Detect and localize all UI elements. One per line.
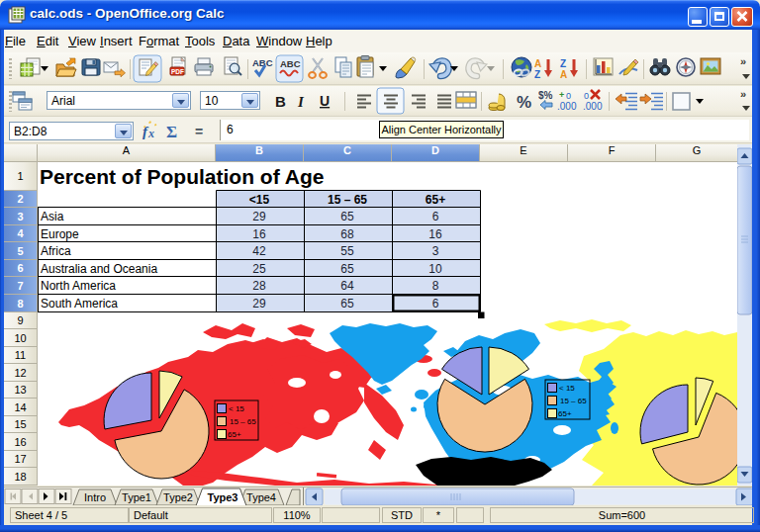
svg-text:Σ: Σ	[166, 123, 177, 140]
svg-text:»: »	[740, 88, 746, 100]
svg-text:29: 29	[252, 210, 266, 223]
svg-text:»: »	[740, 55, 746, 67]
svg-text:%: %	[517, 93, 531, 112]
svg-text:6: 6	[432, 297, 439, 310]
svg-text:65+: 65+	[426, 193, 445, 207]
svg-text:Type1: Type1	[122, 491, 151, 503]
svg-text:65: 65	[340, 262, 354, 276]
svg-text:42: 42	[252, 244, 266, 258]
svg-text:Asia: Asia	[41, 210, 64, 223]
svg-text:65: 65	[340, 297, 354, 310]
svg-text:=: =	[195, 124, 203, 139]
svg-text:65: 65	[340, 210, 354, 223]
svg-text:0: 0	[566, 91, 571, 101]
svg-text:Z: Z	[560, 58, 566, 69]
svg-text:10: 10	[428, 262, 442, 276]
svg-text:< 15: < 15	[559, 384, 575, 393]
svg-text:15 – 65: 15 – 65	[328, 193, 367, 207]
svg-text:0: 0	[584, 91, 589, 101]
svg-text:29: 29	[252, 297, 266, 310]
svg-text:65+: 65+	[558, 409, 572, 418]
svg-text:Type4: Type4	[246, 491, 276, 503]
svg-text:+: +	[559, 90, 564, 100]
svg-text:A: A	[534, 58, 541, 69]
svg-text:65+: 65+	[228, 430, 241, 439]
svg-text:68: 68	[340, 227, 354, 241]
svg-text:ABC: ABC	[280, 58, 301, 69]
svg-text:15 – 65: 15 – 65	[230, 417, 256, 426]
svg-text:ABC: ABC	[252, 57, 273, 68]
svg-text:15 – 65: 15 – 65	[560, 397, 587, 405]
svg-text:8: 8	[432, 279, 439, 293]
svg-text:I: I	[297, 94, 305, 110]
svg-text:64: 64	[340, 279, 354, 293]
svg-text:B: B	[275, 93, 286, 110]
svg-text:North America: North America	[41, 279, 116, 293]
svg-text:$%: $%	[538, 90, 553, 101]
svg-text:55: 55	[340, 244, 354, 258]
svg-text:3: 3	[432, 244, 439, 258]
svg-text:A: A	[560, 69, 567, 80]
svg-text:South America: South America	[41, 297, 118, 310]
svg-text:<15: <15	[249, 193, 270, 207]
svg-text:< 15: < 15	[229, 404, 244, 413]
svg-text:6: 6	[432, 210, 439, 223]
svg-text:25: 25	[252, 262, 266, 276]
svg-text:.000: .000	[557, 101, 577, 112]
svg-text:PDF: PDF	[171, 68, 184, 75]
svg-text:Africa: Africa	[41, 244, 71, 258]
svg-text:U: U	[320, 93, 330, 109]
svg-text:.000: .000	[583, 101, 603, 112]
svg-text:28: 28	[252, 279, 266, 293]
svg-text:Intro: Intro	[84, 491, 106, 503]
svg-text:Type3: Type3	[208, 491, 238, 503]
svg-text:x: x	[147, 127, 154, 140]
svg-text:Australia and Oceania: Australia and Oceania	[41, 262, 157, 276]
svg-text:Type2: Type2	[163, 491, 193, 503]
svg-text:Europe: Europe	[41, 227, 79, 241]
svg-text:16: 16	[252, 227, 266, 241]
svg-text:Z: Z	[534, 69, 540, 80]
svg-text:16: 16	[428, 227, 442, 241]
